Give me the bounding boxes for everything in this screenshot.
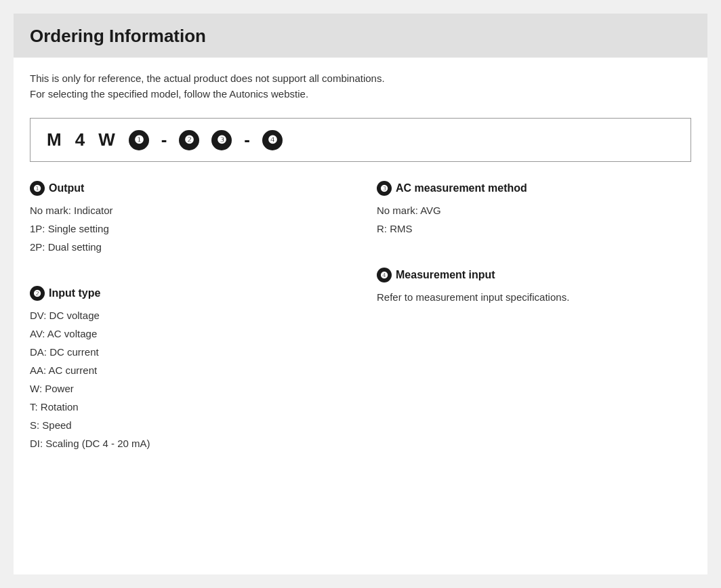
output-title-text: Output bbox=[49, 182, 84, 194]
measurement-item-1: Refer to measurement input specification… bbox=[377, 288, 691, 306]
measurement-input-title: ❹ Measurement input bbox=[377, 268, 691, 282]
input-type-title-text: Input type bbox=[49, 287, 100, 299]
dash-2: - bbox=[244, 129, 250, 150]
description-text: This is only for reference, the actual p… bbox=[30, 71, 691, 102]
ac-measurement-items: No mark: AVG R: RMS bbox=[377, 201, 691, 238]
ac-item-2: R: RMS bbox=[377, 219, 691, 238]
ac-item-1: No mark: AVG bbox=[377, 201, 691, 219]
input-type-circle: ❷ bbox=[30, 286, 45, 301]
content-area: This is only for reference, the actual p… bbox=[14, 58, 707, 485]
right-column: ❸ AC measurement method No mark: AVG R: … bbox=[360, 181, 691, 469]
dash-1: - bbox=[161, 129, 167, 150]
page-container: Ordering Information This is only for re… bbox=[14, 14, 707, 574]
circle-1: ❶ bbox=[129, 130, 149, 150]
left-column: ❶ Output No mark: Indicator 1P: Single s… bbox=[30, 181, 360, 469]
description-line2: For selecting the specified model, follo… bbox=[30, 88, 308, 100]
model-code-w: W bbox=[98, 129, 117, 150]
page-title: Ordering Information bbox=[30, 26, 691, 47]
circle-3: ❸ bbox=[211, 130, 232, 150]
input-item-3: DA: DC current bbox=[30, 343, 344, 361]
model-code-4: 4 bbox=[75, 129, 86, 150]
circle-4: ❹ bbox=[262, 130, 283, 150]
output-circle: ❶ bbox=[30, 181, 45, 196]
measurement-input-items: Refer to measurement input specification… bbox=[377, 288, 691, 306]
ac-measurement-section: ❸ AC measurement method No mark: AVG R: … bbox=[360, 181, 691, 254]
input-item-8: DI: Scaling (DC 4 - 20 mA) bbox=[30, 434, 344, 453]
input-item-5: W: Power bbox=[30, 379, 344, 398]
input-item-6: T: Rotation bbox=[30, 398, 344, 416]
input-item-7: S: Speed bbox=[30, 416, 344, 434]
output-section: ❶ Output No mark: Indicator 1P: Single s… bbox=[30, 181, 360, 272]
sections-grid: ❶ Output No mark: Indicator 1P: Single s… bbox=[30, 181, 691, 469]
input-item-2: AV: AC voltage bbox=[30, 324, 344, 343]
measurement-input-section: ❹ Measurement input Refer to measurement… bbox=[360, 268, 691, 322]
input-type-items: DV: DC voltage AV: AC voltage DA: DC cur… bbox=[30, 306, 344, 453]
input-type-title: ❷ Input type bbox=[30, 286, 344, 301]
ac-measurement-title-text: AC measurement method bbox=[396, 182, 527, 194]
input-item-1: DV: DC voltage bbox=[30, 306, 344, 324]
right-separator bbox=[360, 254, 691, 268]
output-items: No mark: Indicator 1P: Single setting 2P… bbox=[30, 201, 344, 256]
measurement-input-circle: ❹ bbox=[377, 268, 392, 282]
model-code-m: M bbox=[47, 129, 63, 150]
measurement-input-title-text: Measurement input bbox=[396, 269, 495, 281]
left-separator bbox=[30, 272, 360, 286]
output-item-1: No mark: Indicator bbox=[30, 201, 344, 219]
ac-measurement-circle: ❸ bbox=[377, 181, 392, 196]
output-title: ❶ Output bbox=[30, 181, 344, 196]
model-code-box: M 4 W ❶ - ❷ ❸ - ❹ bbox=[30, 118, 691, 162]
input-item-4: AA: AC current bbox=[30, 361, 344, 379]
circle-2: ❷ bbox=[179, 130, 199, 150]
output-item-2: 1P: Single setting bbox=[30, 219, 344, 238]
header-section: Ordering Information bbox=[14, 14, 707, 58]
description-line1: This is only for reference, the actual p… bbox=[30, 72, 385, 84]
ac-measurement-title: ❸ AC measurement method bbox=[377, 181, 691, 196]
input-type-section: ❷ Input type DV: DC voltage AV: AC volta… bbox=[30, 286, 360, 469]
output-item-3: 2P: Dual setting bbox=[30, 238, 344, 256]
